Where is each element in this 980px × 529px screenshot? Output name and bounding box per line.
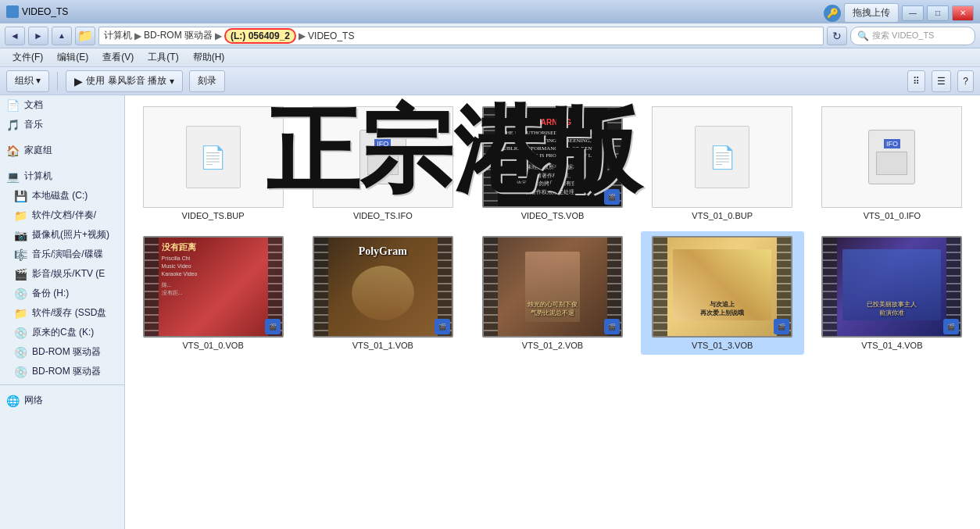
upload-button[interactable]: 拖拽上传 (844, 3, 899, 23)
film-strip-left-vts01-2 (484, 238, 498, 336)
thumb-text-vts01-4: 已投美丽故事主人前演你准 (840, 301, 943, 317)
player-icon: ▶ (74, 75, 83, 88)
film-strip-left-vts-vob (484, 108, 498, 206)
film-strip-left-vts01-4 (823, 238, 837, 336)
homegroup-icon: 🏠 (6, 145, 20, 157)
thumb-content-vts01-0: 没有距离 Priscilla ChiMusic VideoKaraoke Vid… (145, 238, 282, 336)
disk-k-icon: 💿 (14, 327, 27, 339)
file-thumb-vts01-4-vob: 已投美丽故事主人前演你准 🎬 (821, 236, 962, 338)
menu-file[interactable]: 文件(F) (6, 49, 49, 66)
menu-tools[interactable]: 工具(T) (141, 49, 184, 66)
file-item-vts01-0-vob[interactable]: 没有距离 Priscilla ChiMusic VideoKaraoke Vid… (131, 231, 295, 355)
docs-icon: 📁 (14, 209, 27, 222)
file-name-vts01-bup: VTS_01_0.BUP (692, 211, 753, 220)
file-item-vts01-2-vob[interactable]: 烛光的心可别下俊气势比泥总不退 🎬 VTS_01_2.VOB (470, 231, 634, 355)
file-item-vts01-ifo[interactable]: IFO VTS_01_0.IFO (810, 102, 974, 225)
file-thumb-video-ts-ifo: IFO (313, 106, 453, 208)
film-badge-vts01-0: 🎬 (265, 319, 281, 334)
file-item-video-ts-ifo[interactable]: IFO VIDEO_TS.IFO (301, 102, 464, 225)
thumb-text-vts01-3: 与次追上再次爱上别说哦 (671, 301, 774, 317)
file-item-vts01-3-vob[interactable]: 与次追上再次爱上别说哦 🎬 VTS_01_3.VOB (641, 231, 804, 355)
file-name-video-ts-ifo: VIDEO_TS.IFO (353, 211, 413, 220)
sidebar-label-camera: 摄像机(照片+视频) (32, 228, 109, 241)
back-button[interactable]: ◄ (5, 27, 25, 45)
sidebar-label-ssd: 软件/缓存 (SSD盘 (32, 306, 106, 320)
minimize-button[interactable]: — (902, 5, 924, 21)
sidebar-item-docs[interactable]: 📁 软件/文档/伴奏/ (0, 206, 124, 225)
file-item-vts01-1-vob[interactable]: PolyGram 🎬 VTS_01_1.VOB (301, 231, 464, 355)
sidebar-item-network[interactable]: 🌐 网络 (0, 391, 124, 410)
menu-view[interactable]: 查看(V) (96, 49, 140, 66)
view-options-button[interactable]: ⠿ (907, 70, 925, 92)
title-bar: VIDEO_TS 🔑 拖拽上传 — □ ✕ (0, 0, 980, 23)
title-bar-left: VIDEO_TS (6, 5, 68, 18)
menu-edit[interactable]: 编辑(E) (51, 49, 95, 66)
file-thumb-vts01-ifo: IFO (821, 106, 962, 208)
sidebar-item-computer[interactable]: 💻 计算机 (0, 166, 124, 186)
search-box[interactable]: 🔍 搜索 VIDEO_TS (850, 27, 975, 45)
sidebar-item-bdrom1[interactable]: 💿 BD-ROM 驱动器 (0, 342, 124, 362)
breadcrumb-disk[interactable]: (L:) 056409_2 (224, 28, 296, 44)
forward-button[interactable]: ► (28, 27, 48, 45)
help-button[interactable]: ? (957, 70, 974, 92)
organize-button[interactable]: 组织 ▾ (6, 70, 49, 92)
sidebar-item-ssd[interactable]: 📁 软件/缓存 (SSD盘 (0, 303, 124, 323)
breadcrumb[interactable]: 计算机 ▶ BD-ROM 驱动器 ▶ (L:) 056409_2 ▶ VIDEO… (98, 27, 824, 45)
sidebar-label-bdrom2: BD-ROM 驱动器 (32, 365, 101, 378)
sidebar-label-c: 本地磁盘 (C:) (32, 189, 88, 202)
maximize-button[interactable]: □ (927, 5, 949, 21)
file-thumb-video-ts-bup: 📄 (143, 106, 284, 208)
sidebar-label-k: 原来的C盘 (K:) (32, 326, 94, 339)
refresh-button[interactable]: ↻ (827, 27, 847, 45)
backup-icon: 💿 (14, 288, 27, 300)
toolbar: 组织 ▾ ▶ 使用 暴风影音 播放 ▾ 刻录 ⠿ ☰ ? (0, 67, 980, 95)
sidebar-label-bdrom1: BD-ROM 驱动器 (32, 345, 101, 359)
film-badge-vts01-3: 🎬 (774, 319, 789, 334)
sidebar-item-backup[interactable]: 💿 备份 (H:) (0, 284, 124, 303)
menu-help[interactable]: 帮助(H) (187, 49, 231, 66)
film-badge-vts01-2: 🎬 (604, 319, 620, 334)
file-name-vts01-0-vob: VTS_01_0.VOB (182, 341, 243, 350)
file-thumb-vts01-1-vob: PolyGram 🎬 (313, 236, 453, 338)
ssd-icon: 📁 (14, 307, 27, 320)
sidebar-item-music[interactable]: 🎵 音乐 (0, 115, 124, 134)
sidebar-item-c[interactable]: 💾 本地磁盘 (C:) (0, 186, 124, 206)
sidebar-item-ktv[interactable]: 🎬 影音/娱乐/KTV (E (0, 264, 124, 284)
search-placeholder: 搜索 VIDEO_TS (872, 30, 934, 41)
main-content: 📄 文档 🎵 音乐 🏠 家庭组 💻 计算机 💾 本地磁盘 (C:) 📁 软件/文… (0, 95, 980, 529)
music-icon: 🎵 (6, 119, 20, 131)
warning-text-cn: 未经版权所有, 亦据本公司申请著作权在案、未经许可、请勿拷贝、如有查照、依著作权… (517, 163, 588, 196)
file-area[interactable]: 正宗港版 📄 VIDEO_TS.BUP IFO (125, 95, 980, 529)
warning-text-en: THE UNAUTHORISED REPRODUCTION,BROADCASTI… (500, 130, 605, 160)
document-icon: 📄 (6, 99, 20, 112)
sidebar-item-k[interactable]: 💿 原来的C盘 (K:) (0, 323, 124, 342)
up-button[interactable]: ▲ (52, 27, 72, 45)
player-button[interactable]: ▶ 使用 暴风影音 播放 ▾ (66, 70, 183, 92)
sidebar-item-camera[interactable]: 📷 摄像机(照片+视频) (0, 225, 124, 245)
warning-box: WARNING THE UNAUTHORISED REPRODUCTION,BR… (484, 108, 621, 206)
file-name-video-ts-bup: VIDEO_TS.BUP (182, 211, 245, 220)
sidebar-label-ktv: 影音/娱乐/KTV (E (32, 267, 105, 281)
album-text: 没有距离 Priscilla ChiMusic VideoKaraoke Vid… (162, 241, 282, 296)
file-item-vts01-bup[interactable]: 📄 VTS_01_0.BUP (641, 102, 804, 225)
polygram-label: PolyGram (331, 245, 435, 258)
sidebar-item-bdrom2[interactable]: 💿 BD-ROM 驱动器 (0, 362, 124, 381)
details-button[interactable]: ☰ (932, 70, 951, 92)
film-strip-left-vts01-3 (653, 238, 667, 336)
file-item-vts01-4-vob[interactable]: 已投美丽故事主人前演你准 🎬 VTS_01_4.VOB (810, 231, 974, 355)
sidebar-item-documents[interactable]: 📄 文档 (0, 95, 124, 115)
player-dropdown-icon: ▾ (170, 76, 174, 87)
search-icon: 🔍 (857, 30, 869, 41)
sidebar-item-homegroup[interactable]: 🏠 家庭组 (0, 141, 124, 160)
disk-c-icon: 💾 (14, 190, 27, 202)
sidebar-item-concert[interactable]: 🎼 音乐/演唱会/碟碟 (0, 245, 124, 264)
close-button[interactable]: ✕ (952, 5, 974, 21)
window-title: VIDEO_TS (22, 6, 68, 17)
sidebar-label-homegroup: 家庭组 (24, 144, 52, 157)
file-item-video-ts-bup[interactable]: 📄 VIDEO_TS.BUP (131, 102, 295, 225)
file-item-video-ts-vob[interactable]: WARNING THE UNAUTHORISED REPRODUCTION,BR… (470, 102, 634, 225)
upload-icon: 🔑 (824, 5, 841, 22)
burn-button[interactable]: 刻录 (189, 70, 225, 92)
ifo-icon-1: IFO (359, 130, 406, 184)
folder-nav-icon: 📁 (75, 27, 95, 45)
